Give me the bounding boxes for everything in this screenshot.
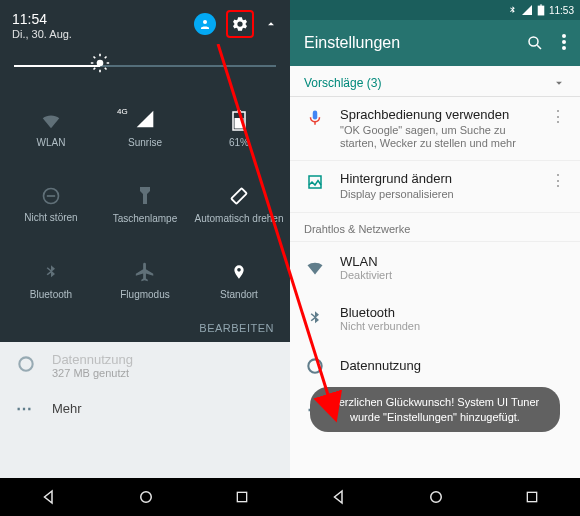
nav-back-icon[interactable] [330, 488, 348, 506]
row-bluetooth[interactable]: Bluetooth Nicht verbunden [290, 293, 580, 344]
tile-rotate[interactable]: Automatisch drehen [192, 166, 286, 242]
row-wlan[interactable]: WLAN Deaktiviert [290, 242, 580, 293]
nav-home-icon[interactable] [427, 488, 445, 506]
status-bar: 11:53 [290, 0, 580, 20]
signal-badge: 4G [117, 107, 128, 116]
tile-location[interactable]: Standort [192, 242, 286, 318]
svg-point-18 [308, 359, 321, 372]
rotate-icon [228, 185, 250, 207]
svg-point-0 [203, 20, 207, 24]
airplane-icon [134, 261, 156, 283]
tile-cellular[interactable]: 4G Sunrise [98, 90, 192, 166]
settings-row-datausage[interactable]: Datennutzung 327 MB genutzt [0, 342, 290, 389]
brightness-slider[interactable] [14, 50, 276, 80]
quick-settings-panel: 11:54 Di., 30. Aug. W [0, 0, 290, 516]
svg-rect-6 [47, 195, 55, 197]
svg-rect-4 [235, 118, 244, 129]
data-usage-icon [16, 354, 36, 374]
svg-point-14 [562, 34, 566, 38]
gear-icon [231, 15, 249, 33]
nav-home-icon[interactable] [137, 488, 155, 506]
svg-rect-11 [538, 6, 545, 16]
settings-button-highlighted[interactable] [226, 10, 254, 38]
tile-airplane[interactable]: Flugmodus [98, 242, 192, 318]
settings-app: 11:53 Einstellungen Vorschläge (3) Sprac… [290, 0, 580, 516]
chevron-down-icon [552, 76, 566, 90]
overflow-icon[interactable]: ⋮ [546, 107, 570, 126]
svg-point-13 [529, 37, 538, 46]
nav-recents-icon[interactable] [234, 489, 250, 505]
tile-flashlight[interactable]: Taschenlampe [98, 166, 192, 242]
flashlight-icon [137, 185, 153, 207]
toast-message: Herzlichen Glückwunsch! System UI Tuner … [310, 387, 560, 432]
mic-icon [306, 109, 324, 127]
clock-date: Di., 30. Aug. [12, 28, 72, 40]
tile-battery[interactable]: 61% [192, 90, 286, 166]
row-datausage[interactable]: Datennutzung [290, 344, 580, 388]
svg-rect-20 [528, 492, 537, 501]
location-icon [231, 261, 247, 283]
chevron-up-icon[interactable] [264, 17, 278, 31]
signal-icon [135, 109, 155, 129]
brightness-icon [90, 53, 110, 73]
svg-rect-7 [231, 188, 247, 204]
wifi-icon [40, 109, 62, 131]
nav-recents-icon[interactable] [524, 489, 540, 505]
settings-row-more[interactable]: ⋯ Mehr [0, 389, 290, 428]
bluetooth-status-icon [508, 4, 517, 16]
nav-back-icon[interactable] [40, 488, 58, 506]
svg-point-15 [562, 40, 566, 44]
svg-rect-10 [238, 492, 247, 501]
navbar [290, 478, 580, 516]
svg-point-1 [97, 60, 104, 67]
app-bar: Einstellungen [290, 20, 580, 66]
overflow-icon[interactable] [562, 34, 566, 50]
overflow-icon[interactable]: ⋮ [546, 171, 570, 190]
tile-dnd[interactable]: Nicht stören [4, 166, 98, 242]
svg-rect-3 [237, 110, 241, 112]
svg-rect-12 [540, 5, 542, 6]
tile-bluetooth[interactable]: Bluetooth [4, 242, 98, 318]
status-time: 11:53 [549, 5, 574, 16]
suggestions-header[interactable]: Vorschläge (3) [290, 66, 580, 97]
battery-icon [232, 109, 246, 131]
battery-status-icon [537, 4, 545, 16]
suggestion-voice[interactable]: Sprachbedienung verwenden "OK Google" sa… [290, 97, 580, 161]
svg-point-19 [431, 492, 442, 503]
svg-point-8 [19, 357, 32, 370]
tile-wlan[interactable]: WLAN [4, 90, 98, 166]
page-title: Einstellungen [304, 34, 400, 52]
clock-time: 11:54 [12, 10, 72, 28]
suggestion-wallpaper[interactable]: Hintergrund ändern Display personalisier… [290, 161, 580, 212]
bluetooth-icon [307, 308, 323, 328]
svg-point-16 [562, 46, 566, 50]
bluetooth-icon [43, 261, 59, 283]
wallpaper-icon [306, 173, 324, 191]
signal-status-icon [521, 4, 533, 16]
data-usage-icon [305, 356, 325, 376]
svg-point-9 [141, 492, 152, 503]
user-avatar[interactable] [194, 13, 216, 35]
dnd-icon [41, 186, 61, 206]
navbar [0, 478, 290, 516]
wifi-icon [305, 257, 325, 277]
edit-tiles-button[interactable]: BEARBEITEN [0, 318, 290, 342]
section-wireless: Drahtlos & Netzwerke [290, 213, 580, 242]
search-icon[interactable] [526, 34, 544, 52]
